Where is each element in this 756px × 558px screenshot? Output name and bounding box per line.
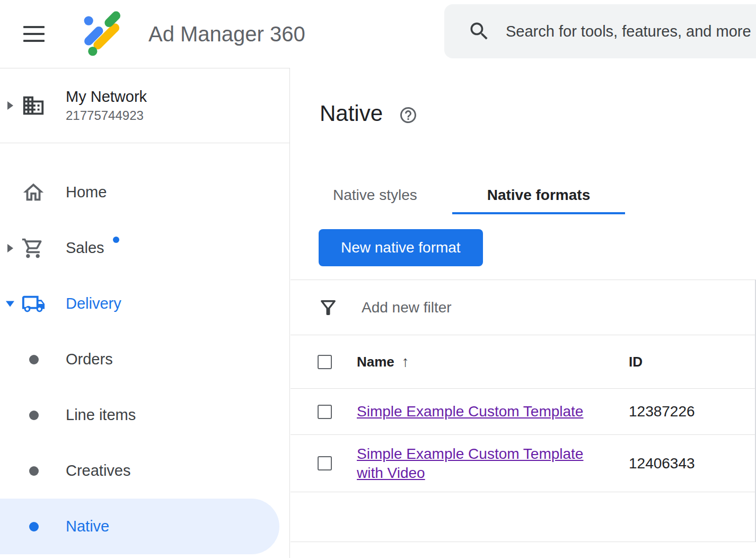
chevron-down-icon[interactable] — [6, 301, 14, 307]
sidebar-nav: Home Sales Delivery Orders — [0, 143, 289, 554]
home-icon — [21, 180, 46, 205]
sidebar-item-native[interactable]: Native — [0, 499, 279, 554]
sidebar-item-delivery[interactable]: Delivery — [0, 276, 289, 332]
tab-label: Native formats — [487, 187, 591, 204]
native-format-id: 12387226 — [629, 403, 756, 420]
bullet-icon — [29, 411, 39, 420]
help-icon[interactable] — [399, 106, 418, 125]
search-icon — [468, 20, 491, 43]
sidebar-item-label: Home — [66, 184, 107, 201]
sidebar-item-label: Line items — [66, 406, 136, 424]
top-app-bar: Ad Manager 360 Search for tools, feature… — [0, 0, 756, 68]
tab-native-formats[interactable]: Native formats — [452, 178, 626, 214]
row-checkbox[interactable] — [318, 405, 332, 419]
network-info: My Network 21775744923 — [66, 88, 147, 123]
global-search-input[interactable]: Search for tools, features, and more — [444, 4, 756, 58]
app-title: Ad Manager 360 — [148, 22, 305, 46]
sidebar-item-label: Creatives — [66, 462, 131, 479]
network-building-icon — [21, 93, 46, 118]
native-format-link[interactable]: Simple Example Custom Template with Vide… — [357, 444, 605, 483]
table-empty-space — [291, 492, 756, 542]
page-title: Native — [320, 101, 383, 126]
tab-native-styles[interactable]: Native styles — [298, 178, 452, 214]
sidebar-item-creatives[interactable]: Creatives — [0, 443, 289, 499]
filter-placeholder: Add new filter — [362, 299, 452, 316]
table-row: Simple Example Custom Template 12387226 — [291, 389, 756, 435]
row-checkbox[interactable] — [318, 456, 332, 470]
truck-icon — [21, 292, 46, 316]
native-format-link[interactable]: Simple Example Custom Template — [357, 402, 583, 421]
network-id: 21775744923 — [66, 108, 147, 123]
notification-dot — [113, 237, 119, 243]
filter-icon — [317, 297, 339, 319]
tab-label: Native styles — [333, 187, 417, 204]
chevron-right-icon[interactable] — [7, 244, 13, 252]
chevron-right-icon[interactable] — [7, 101, 13, 110]
network-name: My Network — [66, 88, 147, 106]
search-placeholder: Search for tools, features, and more — [506, 23, 751, 40]
column-header-name[interactable]: Name — [357, 354, 394, 370]
bullet-icon — [29, 355, 39, 364]
sidebar-item-label: Native — [66, 518, 109, 535]
menu-icon[interactable] — [21, 24, 47, 44]
select-all-checkbox[interactable] — [318, 355, 332, 369]
sidebar: My Network 21775744923 Home Sales — [0, 68, 290, 558]
bullet-icon — [29, 522, 39, 531]
sidebar-item-label: Orders — [66, 351, 113, 368]
table-row: Simple Example Custom Template with Vide… — [291, 435, 756, 492]
native-formats-table: Name ↑ ID Simple Example Custom Template… — [291, 335, 756, 542]
sidebar-item-sales[interactable]: Sales — [0, 220, 289, 276]
sidebar-item-label: Delivery — [66, 295, 121, 312]
bullet-icon — [29, 466, 39, 476]
sidebar-item-line-items[interactable]: Line items — [0, 387, 289, 443]
sidebar-item-home[interactable]: Home — [0, 164, 289, 220]
native-format-id: 12406343 — [629, 455, 756, 472]
cart-icon — [21, 237, 45, 260]
ad-manager-logo — [78, 10, 127, 58]
table-header-row: Name ↑ ID — [291, 335, 756, 389]
sort-ascending-icon[interactable]: ↑ — [402, 353, 409, 370]
column-header-id[interactable]: ID — [629, 354, 756, 370]
sidebar-item-orders[interactable]: Orders — [0, 332, 289, 387]
network-selector[interactable]: My Network 21775744923 — [0, 68, 289, 143]
action-bar: New native format — [291, 229, 756, 266]
main-content: Native Native styles Native formats New … — [291, 68, 756, 558]
filter-bar[interactable]: Add new filter — [291, 280, 756, 335]
sidebar-item-label: Sales — [66, 239, 104, 257]
new-native-format-button[interactable]: New native format — [319, 229, 483, 266]
page-header: Native — [291, 68, 756, 129]
tab-bar: Native styles Native formats — [291, 178, 756, 214]
